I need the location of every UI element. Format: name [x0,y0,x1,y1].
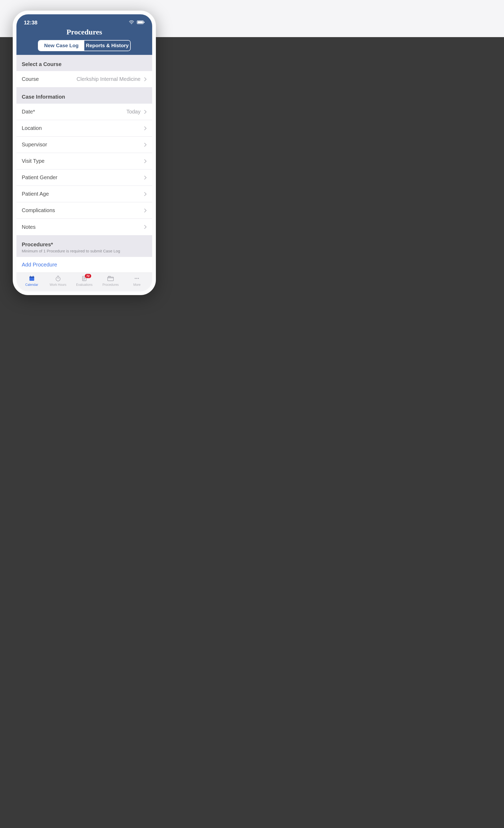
calendar-icon [29,275,35,282]
phone-screen: 12:38 [13,11,156,295]
row-value: Today [35,109,144,115]
chevron-right-icon [144,175,147,180]
status-time: 12:38 [24,19,37,26]
svg-rect-7 [33,276,33,277]
more-icon [134,275,140,282]
tab-label: Evaluations [76,283,92,287]
tab-label: Calendar [25,283,38,287]
row-label: Complications [22,207,55,213]
row-case-field[interactable]: Notes [16,219,152,235]
tab-reports-history[interactable]: Reports & History [84,41,130,51]
tab-label: Work Hours [50,283,66,287]
svg-rect-6 [30,276,31,277]
chevron-right-icon [144,208,147,213]
tab-calendar[interactable]: Calendar [20,275,43,287]
svg-point-0 [131,24,132,25]
row-add-procedure[interactable]: Add Procedure [16,257,152,273]
section-title: Procedures* [22,242,53,247]
row-case-field[interactable]: Patient Age [16,186,152,202]
svg-point-12 [136,278,137,279]
row-value: Clerkship Internal Medicine [39,76,144,82]
row-label: Notes [22,224,36,230]
row-case-field[interactable]: Patient Gender [16,169,152,186]
section-subtitle: Minimum of 1 Procedure is required to su… [22,249,147,253]
tab-procedures[interactable]: Procedures [99,275,122,287]
svg-point-13 [138,278,139,279]
tab-evaluations[interactable]: 72 Evaluations [73,275,96,287]
row-label: Location [22,125,42,131]
section-header-case-info: Case Information [16,87,152,104]
svg-rect-2 [138,21,143,23]
add-procedure-link[interactable]: Add Procedure [22,262,57,267]
chevron-right-icon [144,159,147,164]
row-label: Patient Age [22,191,49,197]
chevron-right-icon [144,192,147,197]
segmented-control: New Case Log Reports & History [38,40,131,51]
tab-more[interactable]: More [125,275,149,287]
battery-icon [137,19,145,26]
folder-icon [107,275,114,282]
row-case-field[interactable]: Date*Today [16,104,152,120]
phone-frame: 12:38 [13,11,156,295]
tab-work-hours[interactable]: Work Hours [46,275,70,287]
chevron-right-icon [144,126,147,131]
row-label: Visit Type [22,158,45,164]
status-bar: 12:38 [16,18,152,26]
form-content: Select a Course Course Clerkship Interna… [16,55,152,273]
case-rows: Date*TodayLocationSupervisorVisit TypePa… [16,104,152,235]
tab-bar: Calendar Work Hours 72 Evaluations Proc [16,273,152,291]
app-header: 12:38 [16,14,152,55]
wifi-icon [129,19,134,26]
badge-count: 72 [85,274,91,278]
row-case-field[interactable]: Complications [16,202,152,219]
stopwatch-icon [55,275,61,282]
row-case-field[interactable]: Visit Type [16,153,152,169]
svg-rect-3 [144,22,144,23]
tab-label: More [133,283,140,287]
chevron-right-icon [144,110,147,114]
row-label: Patient Gender [22,174,57,180]
row-course[interactable]: Course Clerkship Internal Medicine [16,71,152,87]
chevron-right-icon [144,77,147,82]
row-label: Course [22,76,39,82]
page-title: Procedures [16,28,152,36]
row-case-field[interactable]: Location [16,120,152,136]
row-label: Date* [22,109,35,115]
chevron-right-icon [144,224,147,229]
tab-label: Procedures [102,283,119,287]
tab-new-case-log[interactable]: New Case Log [38,41,84,51]
chevron-right-icon [144,142,147,147]
svg-rect-5 [30,277,34,278]
svg-point-11 [135,278,136,279]
row-case-field[interactable]: Supervisor [16,136,152,153]
status-icons [129,19,145,26]
section-header-course: Select a Course [16,55,152,71]
row-label: Supervisor [22,141,47,148]
section-header-procedures: Procedures* Minimum of 1 Procedure is re… [16,235,152,257]
